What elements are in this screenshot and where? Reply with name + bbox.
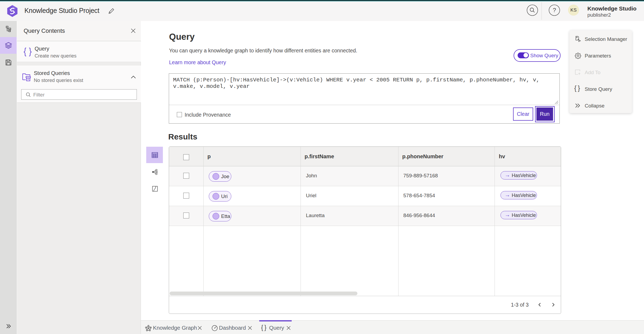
svg-text:?: ? <box>553 7 556 13</box>
